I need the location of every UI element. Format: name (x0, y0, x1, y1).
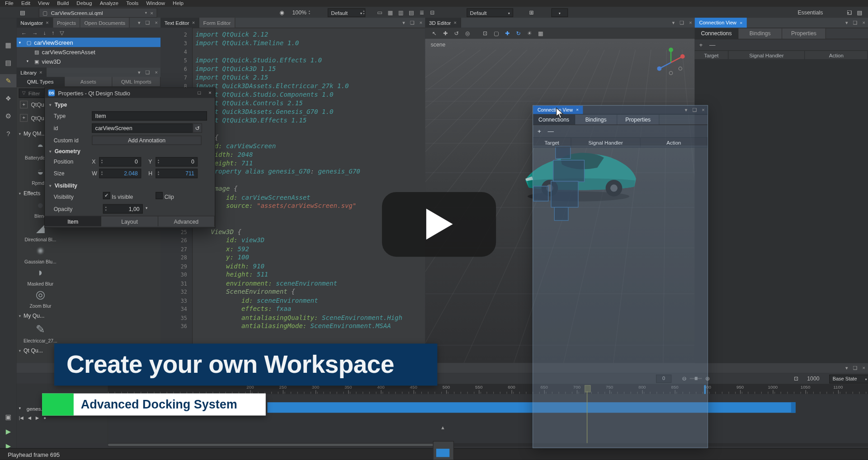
columns-icon[interactable]: ▥ (396, 9, 406, 15)
float-icon[interactable]: ❏ (679, 20, 684, 25)
float-icon[interactable]: ❏ (853, 20, 858, 25)
editor-tab-text-editor[interactable]: Text Editor× (160, 18, 199, 28)
component-electriccar-27[interactable]: ✎Electriccar_27... (18, 323, 63, 344)
navigator-tab-navigator[interactable]: Navigator× (17, 18, 53, 28)
apps-icon[interactable]: ▦ (0, 39, 17, 52)
float-icon[interactable]: ❏ (692, 107, 697, 113)
perspective-select[interactable]: Essentials ▾ (797, 7, 849, 18)
tab-connections[interactable]: Connections (533, 114, 575, 124)
components-icon[interactable]: ❖ (0, 92, 17, 105)
scrollbar-handle[interactable] (108, 444, 438, 446)
fit-tool[interactable]: ⊡ (481, 29, 490, 38)
close-icon[interactable]: × (420, 20, 422, 25)
navigator-tab-open-documents[interactable]: Open Documents (80, 18, 130, 28)
properties-tab-advanced[interactable]: Advanced (158, 216, 215, 226)
video-play-button[interactable] (382, 192, 496, 257)
clip-checkbox[interactable] (156, 192, 163, 199)
collapse-handle-icon[interactable]: ▲ (436, 425, 449, 430)
collapse-icon[interactable]: ▾ (845, 20, 848, 25)
section-header[interactable]: ▾Qt Qu... (19, 347, 43, 353)
editor3d-tab-3d-editor[interactable]: 3D Editor× (425, 18, 461, 28)
section-header[interactable]: ▾My Qu... (19, 313, 45, 319)
section-header[interactable]: ▾My QM... (19, 131, 46, 136)
section-header[interactable]: ▾Effects (19, 190, 41, 196)
select-tool[interactable]: ↖ (429, 29, 439, 38)
rotate-tool[interactable]: ↻ (514, 29, 523, 38)
rows-icon[interactable]: ▤ (407, 9, 416, 15)
type-section-header[interactable]: ▾ Type (49, 102, 67, 108)
filter-icon[interactable]: ▽ (60, 30, 64, 36)
tree-item-carviewscreenasset[interactable]: ▨carViewScreenAsset (17, 47, 160, 56)
geometry-section-header[interactable]: ▾ Geometry (49, 148, 80, 154)
step-back-button[interactable]: ◀ (28, 415, 32, 420)
extra-select[interactable]: ▾ (552, 8, 568, 17)
orbit-tool[interactable]: ↺ (452, 29, 461, 38)
menu-build[interactable]: Build (53, 0, 73, 7)
state-select[interactable]: Base State ▾ (829, 375, 868, 384)
horizontal-scrollbar[interactable] (108, 443, 868, 446)
timeline-section-end[interactable] (791, 402, 796, 413)
width-spinbox[interactable]: ▲▼ 2.048 (99, 169, 141, 178)
remove-connection-button[interactable]: — (709, 42, 715, 48)
maximize-icon[interactable]: □ (198, 90, 201, 96)
remove-connection-button[interactable]: — (548, 128, 554, 135)
menu-window[interactable]: Window (142, 0, 169, 7)
dialog-titlebar[interactable]: DS Properties - Qt Design Studio □ × (45, 88, 215, 98)
collapse-icon[interactable]: ▾ (138, 20, 141, 25)
y-spinbox[interactable]: ▲▼ 0 (156, 157, 198, 167)
tab-connection-view[interactable]: Connection View× (695, 18, 747, 28)
tree-item-carviewscreen[interactable]: ▾▢carViewScreen (17, 38, 160, 47)
merge-icon[interactable]: ⊟ (428, 9, 437, 15)
feedback-icon[interactable]: ▤ (857, 7, 863, 18)
move-tool[interactable]: ✚ (503, 29, 512, 38)
add-connection-button[interactable]: + (699, 42, 703, 48)
mini-nav-widget[interactable] (433, 441, 454, 460)
theme-select[interactable]: Default ▾ (467, 8, 513, 17)
visibility-section-header[interactable]: ▾ Visibility (49, 183, 77, 188)
back-icon[interactable]: ← (21, 30, 27, 36)
close-icon[interactable]: × (155, 20, 158, 25)
close-icon[interactable]: × (208, 90, 211, 96)
component-masked-blur[interactable]: ◗Masked Blur (18, 266, 63, 287)
height-spinbox[interactable]: ▲▼ 711 (156, 169, 198, 178)
collapse-icon[interactable]: ▾ (845, 365, 848, 371)
chevron-down-icon[interactable]: ▾ (19, 40, 24, 45)
chevron-down-icon[interactable]: ▾ (146, 206, 147, 211)
zoom-tool[interactable]: ◎ (463, 29, 472, 38)
add-connection-button[interactable]: + (538, 128, 541, 135)
tab-connections[interactable]: Connections (695, 28, 739, 38)
id-field[interactable]: carViewScreen (92, 123, 197, 133)
properties-tab-item[interactable]: Item (45, 216, 101, 226)
tab-bindings[interactable]: Bindings (738, 28, 782, 38)
share-icon[interactable]: ❏ (847, 7, 852, 18)
close-icon[interactable]: × (862, 365, 865, 371)
play-button[interactable]: ▶ (36, 415, 39, 420)
edit-icon[interactable]: ✎ (0, 74, 17, 87)
document-tab[interactable]: ▢ CarViewScreen.ui.qml ▾ × (39, 8, 157, 18)
close-icon[interactable]: × (702, 107, 704, 113)
record-button[interactable]: ● (43, 415, 46, 420)
collapse-icon[interactable]: ▾ (685, 107, 688, 113)
menu-analyze[interactable]: Analyze (96, 0, 123, 7)
run-preview-icon[interactable]: ◉ (279, 7, 284, 18)
collapse-icon[interactable]: ▾ (672, 20, 675, 25)
close-icon[interactable]: × (862, 20, 865, 25)
tab-bindings[interactable]: Bindings (575, 114, 617, 124)
x-spinbox[interactable]: ▲▼ 0 (99, 157, 141, 167)
skip-start-button[interactable]: |◀ (19, 415, 24, 420)
style-stepper[interactable]: ▴▾ (363, 7, 364, 18)
close-icon[interactable]: × (576, 108, 579, 113)
is-visible-checkbox[interactable]: ✓ (103, 192, 110, 199)
chevron-down-icon[interactable]: ▾ (145, 10, 147, 15)
chevron-down-icon[interactable]: ▾ (27, 59, 32, 63)
close-icon[interactable]: × (150, 9, 153, 15)
add-annotation-button[interactable]: Add Annotation (92, 136, 201, 145)
run-icon[interactable]: ▶ (0, 425, 17, 438)
navigator-tab-projects[interactable]: Projects (53, 18, 80, 28)
camera-tool[interactable]: ▢ (491, 29, 501, 38)
fit-timeline-icon[interactable]: ⊡ (794, 373, 798, 384)
zoom-level[interactable]: 100% ▴▾ (292, 7, 310, 18)
float-icon[interactable]: ❏ (853, 365, 858, 371)
menu-edit[interactable]: Edit (17, 0, 34, 7)
float-icon[interactable]: ❏ (410, 20, 415, 25)
